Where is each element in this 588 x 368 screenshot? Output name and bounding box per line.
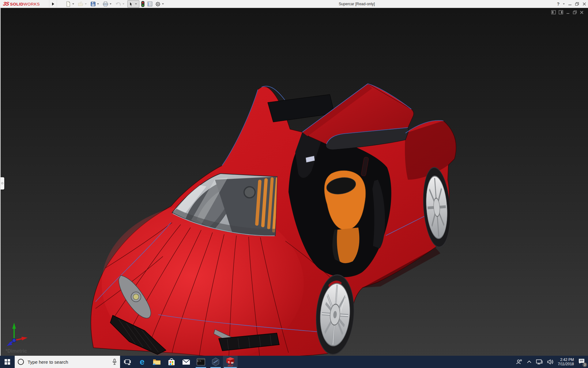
- new-document-icon: [66, 1, 71, 7]
- clock-date: 7/11/2018: [558, 362, 574, 366]
- store-icon: [168, 358, 175, 366]
- hidden-icons-chevron[interactable]: [527, 360, 532, 363]
- people-icon[interactable]: [516, 359, 522, 365]
- car-model[interactable]: [1, 8, 588, 356]
- edge-icon: e: [140, 358, 145, 366]
- undo-icon: [115, 1, 121, 7]
- save-button[interactable]: [90, 0, 101, 8]
- child-minimize-button[interactable]: [566, 10, 570, 14]
- solidworks-app-icon: S W: [226, 357, 235, 365]
- search-input[interactable]: Type here to search: [28, 359, 112, 365]
- taskbar-app-hexagon[interactable]: [208, 356, 223, 368]
- child-close-button[interactable]: [580, 10, 584, 14]
- print-button[interactable]: [102, 0, 114, 8]
- undo-dropdown-caret[interactable]: [123, 3, 124, 5]
- taskbar-app-solidworks[interactable]: S W 2017: [223, 356, 238, 368]
- new-document-button[interactable]: [65, 0, 76, 8]
- window-title: Supercar [Read-only]: [339, 0, 375, 8]
- restore-button[interactable]: [575, 2, 579, 6]
- open-dropdown-caret[interactable]: [85, 3, 87, 5]
- undo-button[interactable]: [115, 0, 126, 8]
- select-button[interactable]: [127, 0, 139, 8]
- svg-text:W: W: [231, 361, 234, 364]
- solidworks-logo: 3S SOLID WORKS: [3, 1, 40, 7]
- pane-left-icon[interactable]: [551, 10, 556, 14]
- task-view-icon: [124, 358, 131, 365]
- file-explorer-icon: [153, 358, 161, 366]
- cortana-icon: [18, 359, 24, 365]
- window-controls: ?: [557, 0, 586, 8]
- pane-right-icon[interactable]: [559, 10, 563, 14]
- save-dropdown-caret[interactable]: [97, 3, 99, 5]
- taskbar-clock[interactable]: 2:42 PM 7/11/2018: [558, 358, 574, 366]
- taskbar-app-command-prompt[interactable]: C:\: [194, 356, 208, 368]
- start-button[interactable]: [0, 356, 15, 368]
- hexagon-app-icon: [212, 358, 220, 366]
- select-dropdown-caret[interactable]: [135, 3, 137, 5]
- titlebar: 3S SOLID WORKS: [0, 0, 588, 8]
- brand-light: WORKS: [24, 2, 40, 6]
- selection-filter-button[interactable]: [140, 0, 145, 8]
- open-button[interactable]: [77, 0, 89, 8]
- tab-handle-icon: [1, 182, 3, 184]
- help-dropdown-caret[interactable]: [563, 3, 565, 5]
- toolbar-flyout-button[interactable]: [49, 0, 57, 8]
- open-icon: [78, 1, 84, 7]
- quick-toolbar: [65, 0, 167, 8]
- file-properties-icon: [147, 1, 153, 7]
- open-door[interactable]: [302, 84, 413, 150]
- solidworks-year-label: 2017: [228, 364, 233, 367]
- taskbar-app-file-explorer[interactable]: [149, 356, 164, 368]
- graphics-viewport[interactable]: *Dimetric: [0, 8, 588, 356]
- save-icon: [90, 1, 96, 7]
- volume-icon[interactable]: [547, 359, 554, 365]
- close-button[interactable]: [582, 2, 586, 6]
- mail-icon: [182, 358, 190, 365]
- file-properties-button[interactable]: [146, 0, 153, 8]
- microphone-icon[interactable]: [112, 358, 117, 365]
- gear-icon: [155, 1, 161, 7]
- print-dropdown-caret[interactable]: [110, 3, 111, 5]
- system-tray: 2:42 PM 7/11/2018 3: [516, 356, 588, 368]
- select-cursor-icon: [128, 1, 134, 7]
- network-icon[interactable]: [536, 359, 543, 365]
- traffic-light-icon: [141, 1, 145, 7]
- document-window-controls: [551, 10, 584, 14]
- new-dropdown-caret[interactable]: [72, 3, 74, 5]
- minimize-button[interactable]: [568, 2, 572, 6]
- options-dropdown-caret[interactable]: [162, 3, 164, 5]
- notification-badge: 3: [582, 362, 587, 367]
- feature-tree-tab[interactable]: [1, 177, 4, 190]
- taskbar-spacer: [238, 356, 516, 368]
- view-orientation-label: *Dimetric: [6, 348, 27, 354]
- orientation-triad: [2, 318, 36, 352]
- taskbar-app-mail[interactable]: [179, 356, 194, 368]
- taskbar: Type here to search e: [0, 356, 588, 368]
- taskbar-search[interactable]: Type here to search: [15, 356, 120, 368]
- taskbar-app-store[interactable]: [164, 356, 179, 368]
- taskbar-app-edge[interactable]: e: [135, 356, 149, 368]
- clock-time: 2:42 PM: [558, 358, 574, 362]
- flyout-arrow-icon: [52, 2, 54, 6]
- command-prompt-text: C:\: [197, 360, 201, 362]
- svg-text:S: S: [228, 361, 230, 364]
- help-button[interactable]: ?: [557, 2, 560, 6]
- windows-logo-icon: [5, 359, 10, 365]
- child-restore-button[interactable]: [573, 10, 577, 14]
- print-icon: [103, 1, 108, 7]
- options-button[interactable]: [154, 0, 166, 8]
- action-center-button[interactable]: 3: [578, 358, 585, 366]
- brand-bold: SOLID: [10, 2, 24, 6]
- brand-mark: 3S: [3, 1, 9, 7]
- task-view-button[interactable]: [120, 356, 135, 368]
